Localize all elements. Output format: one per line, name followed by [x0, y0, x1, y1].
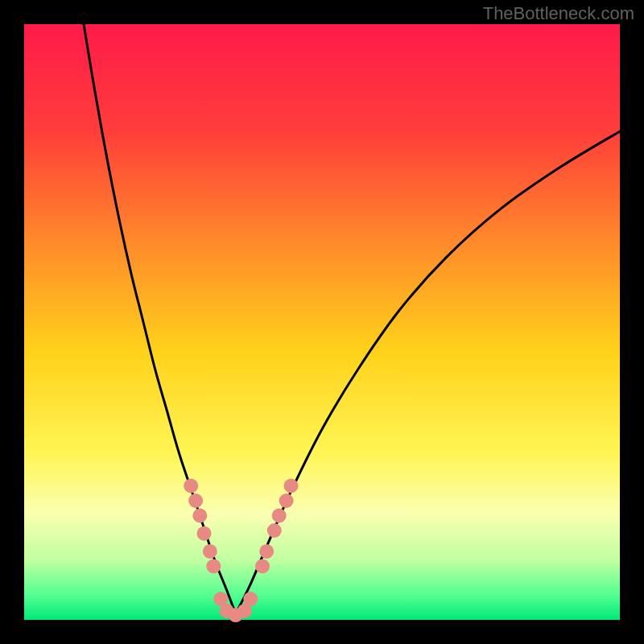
- data-marker: [206, 559, 221, 573]
- data-marker: [203, 544, 217, 559]
- plot-background: [24, 24, 620, 620]
- data-marker: [196, 526, 211, 541]
- data-marker: [284, 479, 299, 493]
- data-marker: [259, 544, 274, 559]
- data-marker: [192, 509, 207, 523]
- data-marker: [188, 493, 203, 508]
- data-marker: [184, 479, 198, 493]
- data-marker: [243, 592, 258, 606]
- data-marker: [255, 559, 270, 573]
- data-marker: [267, 523, 282, 538]
- chart-container: TheBottleneck.com: [0, 0, 644, 644]
- data-marker: [279, 493, 294, 508]
- bottleneck-chart: [0, 0, 644, 644]
- data-marker: [272, 509, 287, 523]
- watermark-text: TheBottleneck.com: [483, 3, 634, 24]
